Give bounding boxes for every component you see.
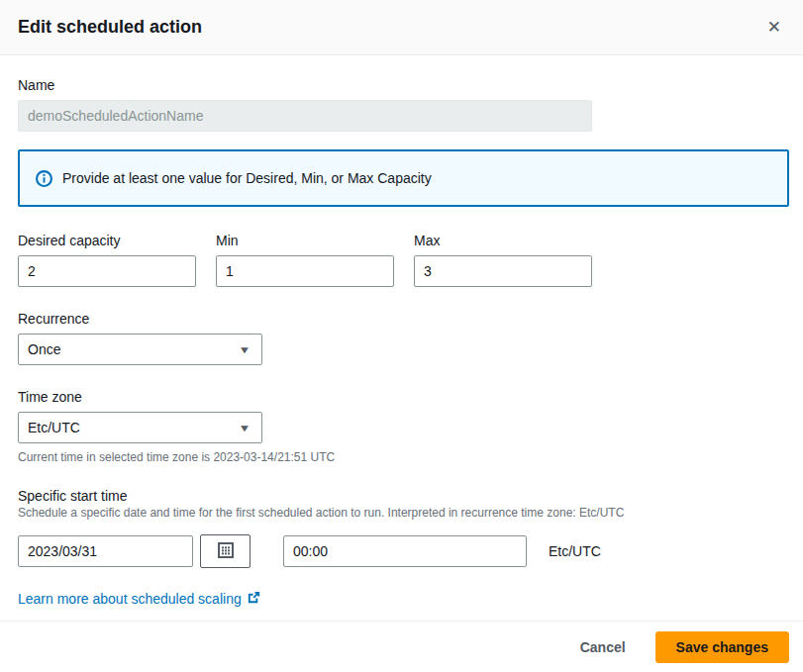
specific-start-time-description: Schedule a specific date and time for th… xyxy=(18,506,789,520)
min-capacity-input[interactable] xyxy=(216,255,394,287)
start-date-input[interactable] xyxy=(18,535,193,567)
chevron-down-icon: ▼ xyxy=(239,344,251,355)
start-time-row: Etc/UTC xyxy=(18,534,789,568)
recurrence-label: Recurrence xyxy=(18,311,789,327)
info-icon xyxy=(36,170,52,187)
time-zone-group: Time zone Etc/UTC ▼ Current time in sele… xyxy=(18,389,789,464)
name-label: Name xyxy=(18,77,789,93)
learn-more-link-text: Learn more about scheduled scaling xyxy=(18,591,242,607)
external-link-icon xyxy=(247,590,261,608)
start-time-input[interactable] xyxy=(283,535,527,567)
learn-more-link[interactable]: Learn more about scheduled scaling xyxy=(18,590,261,608)
specific-start-time-group: Specific start time Schedule a specific … xyxy=(18,488,789,568)
desired-capacity-input[interactable] xyxy=(18,255,196,287)
desired-capacity-label: Desired capacity xyxy=(18,233,196,248)
recurrence-selected-value: Once xyxy=(28,341,60,357)
cancel-button[interactable]: Cancel xyxy=(576,633,630,661)
calendar-picker-button[interactable] xyxy=(200,534,251,568)
recurrence-group: Recurrence Once ▼ xyxy=(18,311,789,365)
calendar-icon xyxy=(218,542,234,561)
name-field-group: Name xyxy=(18,77,789,132)
time-zone-select[interactable]: Etc/UTC ▼ xyxy=(18,412,262,443)
modal-header: Edit scheduled action ✕ xyxy=(0,0,803,55)
save-changes-button[interactable]: Save changes xyxy=(655,631,789,663)
chevron-down-icon: ▼ xyxy=(239,423,251,433)
time-zone-selected-value: Etc/UTC xyxy=(28,420,80,435)
min-capacity-label: Min xyxy=(216,233,394,248)
max-capacity-label: Max xyxy=(414,233,592,248)
min-capacity-group: Min xyxy=(216,233,394,287)
info-alert: Provide at least one value for Desired, … xyxy=(18,149,789,207)
recurrence-select[interactable]: Once ▼ xyxy=(18,334,262,365)
edit-scheduled-action-dialog: Edit scheduled action ✕ Name Provide at … xyxy=(0,0,803,672)
max-capacity-input[interactable] xyxy=(414,255,592,287)
name-input xyxy=(18,100,592,132)
modal-footer: Cancel Save changes xyxy=(0,621,803,672)
timezone-suffix-label: Etc/UTC xyxy=(549,543,601,559)
alert-message: Provide at least one value for Desired, … xyxy=(62,170,432,186)
modal-title: Edit scheduled action xyxy=(18,17,202,38)
time-zone-label: Time zone xyxy=(18,389,789,405)
desired-capacity-group: Desired capacity xyxy=(18,233,196,287)
modal-body: Name Provide at least one value for Desi… xyxy=(0,55,803,621)
capacity-row: Desired capacity Min Max xyxy=(18,233,789,287)
current-time-helper: Current time in selected time zone is 20… xyxy=(18,450,789,464)
specific-start-time-label: Specific start time xyxy=(18,488,789,504)
max-capacity-group: Max xyxy=(414,233,592,287)
close-icon[interactable]: ✕ xyxy=(763,15,785,40)
